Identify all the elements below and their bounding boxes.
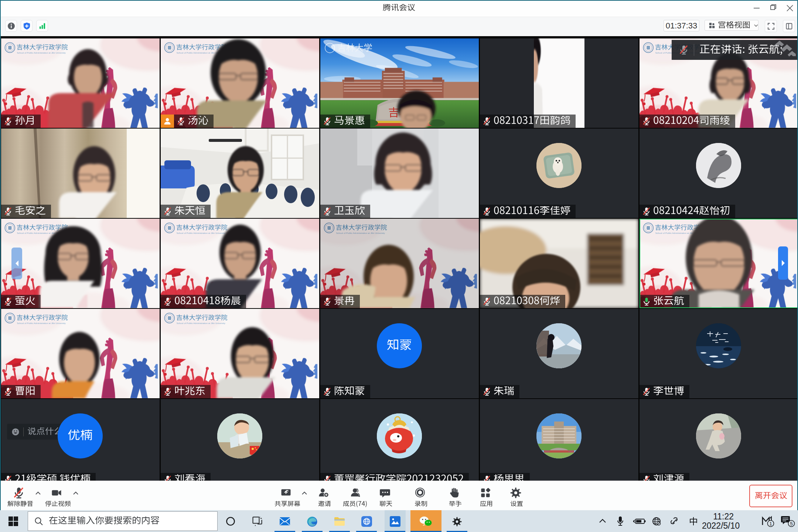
svg-text:1: 1: [769, 521, 772, 526]
svg-text:5: 5: [790, 521, 792, 526]
